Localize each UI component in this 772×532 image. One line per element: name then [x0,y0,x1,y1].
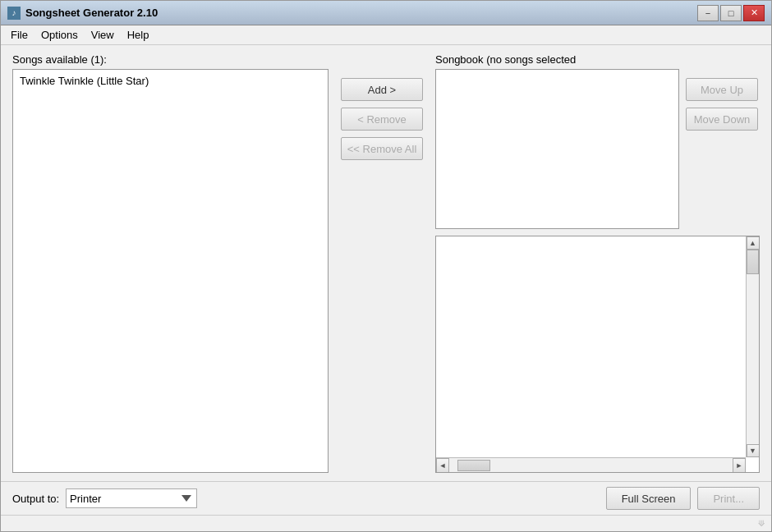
bottom-bar: Output to: Printer Full Screen Print... [1,481,771,515]
right-panel: Songbook (no songs selected Move Up Move… [435,53,760,473]
add-button[interactable]: Add > [341,78,423,101]
bottom-right-buttons: Full Screen Print... [606,487,760,510]
full-screen-button[interactable]: Full Screen [606,487,692,510]
main-window: ♪ Songsheet Generator 2.10 − □ ✕ File Op… [0,0,772,532]
title-bar-left: ♪ Songsheet Generator 2.10 [7,7,158,20]
minimize-button[interactable]: − [697,5,719,21]
scroll-down-arrow[interactable]: ▼ [747,444,760,457]
output-section: Output to: Printer [12,488,197,508]
main-content: Songs available (1): Twinkle Twinkle (Li… [1,45,771,481]
songs-list[interactable]: Twinkle Twinkle (Little Star) [12,69,329,473]
menu-view[interactable]: View [85,27,121,43]
menu-options[interactable]: Options [34,27,85,43]
close-button[interactable]: ✕ [743,5,765,21]
status-bar: ⟱ [1,515,771,531]
scroll-thumb-area [747,250,759,444]
songbook-buttons: Move Up Move Down [686,53,760,229]
app-icon: ♪ [7,7,21,20]
menu-file[interactable]: File [4,27,34,43]
list-item[interactable]: Twinkle Twinkle (Little Star) [16,73,324,89]
preview-section: ▲ ▼ ◄ ► [435,236,760,473]
resize-handle: ⟱ [758,519,765,528]
output-label: Output to: [12,493,59,505]
vertical-scrollbar[interactable]: ▲ ▼ [746,236,759,457]
remove-button[interactable]: < Remove [341,108,423,131]
songbook-label: Songbook (no songs selected [435,53,679,66]
scroll-thumb-v[interactable] [747,250,759,274]
menu-help[interactable]: Help [121,27,156,43]
songbook-list[interactable] [435,69,679,229]
scroll-right-arrow[interactable]: ► [733,458,746,473]
scroll-thumb-h[interactable] [457,460,490,471]
print-button[interactable]: Print... [697,487,760,510]
middle-panel: Add > < Remove << Remove All [337,53,427,473]
songs-panel-label: Songs available (1): [12,53,329,66]
scroll-up-arrow[interactable]: ▲ [747,236,760,250]
songbook-area: Songbook (no songs selected Move Up Move… [435,53,760,229]
window-title: Songsheet Generator 2.10 [25,7,158,19]
output-select[interactable]: Printer [66,488,197,508]
songs-panel: Songs available (1): Twinkle Twinkle (Li… [12,53,329,473]
title-bar: ♪ Songsheet Generator 2.10 − □ ✕ [1,1,771,25]
scroll-h-track [449,458,733,472]
menu-bar: File Options View Help [1,25,771,45]
remove-all-button[interactable]: << Remove All [341,137,423,160]
move-up-button[interactable]: Move Up [686,78,758,101]
horizontal-scrollbar[interactable]: ◄ ► [436,457,746,472]
scroll-left-arrow[interactable]: ◄ [436,458,449,473]
top-section: Songs available (1): Twinkle Twinkle (Li… [12,53,760,473]
title-buttons: − □ ✕ [697,5,765,21]
preview-content [436,236,759,457]
move-down-button[interactable]: Move Down [686,108,758,131]
maximize-button[interactable]: □ [720,5,742,21]
songbook-column: Songbook (no songs selected [435,53,679,229]
